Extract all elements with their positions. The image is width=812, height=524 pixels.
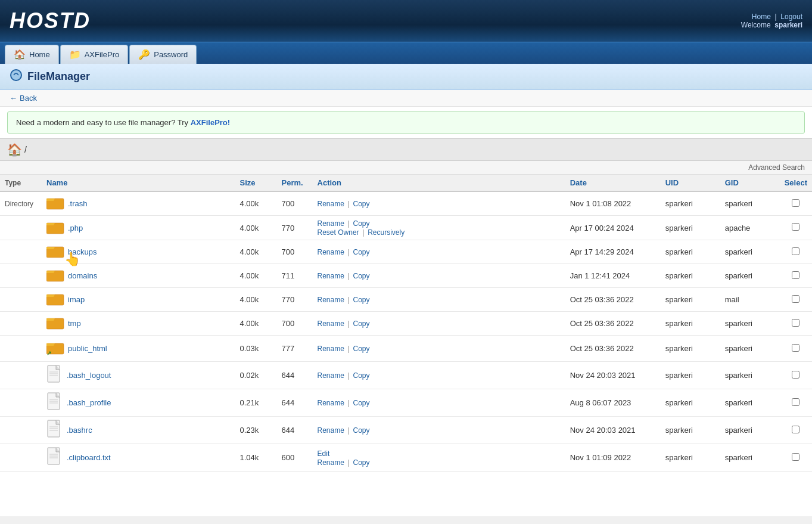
rename-link[interactable]: Rename <box>318 345 344 353</box>
folder-icon <box>46 243 64 259</box>
select-checkbox[interactable] <box>792 371 799 379</box>
file-name-link[interactable]: .bashrc <box>67 426 92 435</box>
file-name-link[interactable]: .php <box>68 224 83 232</box>
action-separator: | <box>346 344 352 353</box>
reset-owner-link[interactable]: Reset Owner <box>318 228 359 237</box>
cell-action: Rename | Copy <box>313 288 565 312</box>
welcome-text: Welcome <box>741 21 771 29</box>
table-body: Directory .trash4.00k700Rename | CopyNov… <box>0 191 812 472</box>
copy-link[interactable]: Copy <box>353 458 370 467</box>
select-checkbox[interactable] <box>792 295 799 303</box>
select-checkbox[interactable] <box>792 199 799 207</box>
cell-perm: 770 <box>277 216 313 240</box>
cell-select <box>780 444 812 472</box>
table-row: .bashrc0.23k644Rename | CopyNov 24 20:03… <box>0 417 812 444</box>
cell-date: Nov 24 20:03 2021 <box>565 362 661 389</box>
file-name-link[interactable]: tmp <box>68 319 81 328</box>
navbar: 🏠 Home 📁 AXFilePro 🔑 Password <box>0 42 812 64</box>
select-checkbox[interactable] <box>792 271 799 279</box>
cell-uid: sparkeri <box>661 336 720 362</box>
cell-action: Rename | Copy <box>313 417 565 444</box>
edit-link[interactable]: Edit <box>318 449 330 458</box>
rename-link[interactable]: Rename <box>318 371 344 380</box>
rename-link[interactable]: Rename <box>318 296 344 304</box>
file-name-link[interactable]: .clipboard.txt <box>67 453 111 462</box>
tab-axfilepro[interactable]: 📁 AXFilePro <box>60 45 129 64</box>
cell-name: .trash <box>42 191 235 216</box>
copy-link[interactable]: Copy <box>353 345 370 353</box>
file-name-link[interactable]: .trash <box>68 199 88 208</box>
copy-link[interactable]: Copy <box>353 219 370 228</box>
folder-special-icon: ↗ <box>46 339 64 356</box>
cell-select <box>780 362 812 389</box>
folder-icon <box>46 315 64 330</box>
tab-home[interactable]: 🏠 Home <box>5 45 59 64</box>
rename-link[interactable]: Rename <box>318 320 344 328</box>
select-checkbox[interactable] <box>792 247 799 255</box>
cell-action: Rename | Copy <box>313 264 565 288</box>
rename-link[interactable]: Rename <box>318 399 344 407</box>
copy-link[interactable]: Copy <box>353 399 370 407</box>
file-name-link[interactable]: domains <box>68 271 97 280</box>
recursively-link[interactable]: Recursively <box>368 228 405 237</box>
file-name-link[interactable]: backups <box>68 247 97 256</box>
cell-select <box>780 240 812 264</box>
cell-select <box>780 336 812 362</box>
svg-marker-3 <box>46 199 55 201</box>
copy-link[interactable]: Copy <box>353 426 370 435</box>
cell-type <box>0 240 42 264</box>
path-separator: / <box>24 145 27 154</box>
rename-link[interactable]: Rename <box>318 426 344 435</box>
cell-action: Rename | Copy <box>313 191 565 216</box>
username: sparkeri <box>774 21 802 29</box>
home-link[interactable]: Home <box>752 13 771 21</box>
rename-link[interactable]: Rename <box>318 272 344 280</box>
file-icon-cell <box>46 420 63 441</box>
rename-link[interactable]: Rename <box>318 458 344 467</box>
password-tab-icon: 🔑 <box>138 49 150 60</box>
action-separator: | <box>346 458 352 467</box>
select-checkbox[interactable] <box>792 398 799 406</box>
info-text-before: Need a modern and easy to use file manag… <box>16 118 191 127</box>
table-row: backups👆4.00k700Rename | CopyApr 17 14:2… <box>0 240 812 264</box>
cell-gid: sparkeri <box>720 444 780 472</box>
axfilepro-promo-link[interactable]: AXFilePro! <box>191 118 230 127</box>
svg-marker-18 <box>46 318 55 321</box>
copy-link[interactable]: Copy <box>353 272 370 280</box>
file-table: Type Name Size Perm. Action Date UID GID… <box>0 175 812 472</box>
select-checkbox[interactable] <box>792 426 799 433</box>
select-checkbox[interactable] <box>792 453 799 461</box>
cell-name: .clipboard.txt <box>42 444 235 472</box>
cell-type <box>0 336 42 362</box>
cell-select <box>780 216 812 240</box>
copy-link[interactable]: Copy <box>353 248 370 256</box>
logout-link[interactable]: Logout <box>780 13 802 21</box>
rename-link[interactable]: Rename <box>318 200 344 208</box>
back-link[interactable]: ← Back <box>10 94 37 103</box>
col-name: Name <box>42 175 235 191</box>
copy-link[interactable]: Copy <box>353 200 370 208</box>
select-checkbox[interactable] <box>792 319 799 327</box>
tab-password[interactable]: 🔑 Password <box>129 45 197 64</box>
file-name-link[interactable]: .bash_profile <box>67 398 111 407</box>
file-icon-cell <box>46 392 63 413</box>
path-bar: 🏠 / <box>0 138 812 161</box>
col-gid: GID <box>720 175 780 191</box>
select-checkbox[interactable] <box>792 223 799 231</box>
copy-link[interactable]: Copy <box>353 296 370 304</box>
file-name-link[interactable]: public_html <box>68 344 107 353</box>
select-checkbox[interactable] <box>792 344 799 352</box>
cell-perm: 700 <box>277 191 313 216</box>
copy-link[interactable]: Copy <box>353 320 370 328</box>
file-name-link[interactable]: .bash_logout <box>67 371 111 380</box>
rename-link[interactable]: Rename <box>318 219 344 228</box>
advanced-search-link[interactable]: Advanced Search <box>748 163 805 172</box>
cell-name: tmp <box>42 312 235 336</box>
copy-link[interactable]: Copy <box>353 371 370 380</box>
home-tab-icon: 🏠 <box>14 49 26 60</box>
cell-select <box>780 312 812 336</box>
rename-link[interactable]: Rename <box>318 248 344 256</box>
cell-name: domains <box>42 264 235 288</box>
file-name-link[interactable]: imap <box>68 295 85 304</box>
tab-password-label: Password <box>154 50 188 59</box>
